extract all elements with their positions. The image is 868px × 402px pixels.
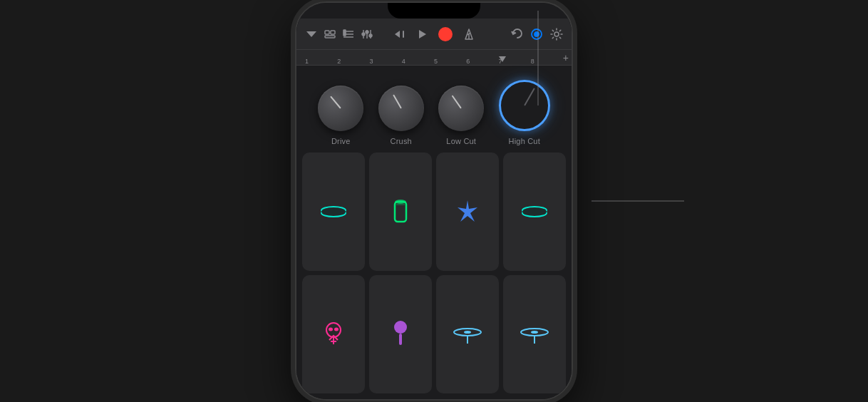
pad-spark[interactable] <box>436 153 499 271</box>
cymbal-icon-2 <box>520 324 549 345</box>
undo-button[interactable] <box>510 28 523 41</box>
ruler-mark-4: 4 <box>402 58 434 65</box>
svg-rect-16 <box>403 31 404 38</box>
ruler-mark-6: 6 <box>466 58 498 65</box>
settings-button[interactable] <box>550 28 563 41</box>
lowcut-knob-container: Low Cut <box>438 86 484 145</box>
crush-knob-container: Crush <box>378 86 424 145</box>
hihat-icon-2 <box>521 203 548 220</box>
svg-point-14 <box>369 34 372 37</box>
svg-point-26 <box>321 208 346 215</box>
pads-row-2 <box>302 275 566 393</box>
play-button[interactable] <box>415 28 428 41</box>
svg-point-34 <box>329 328 333 331</box>
lowcut-label: Low Cut <box>446 137 476 145</box>
crush-knob[interactable] <box>378 86 424 131</box>
ruler-mark-2: 2 <box>337 58 369 65</box>
svg-point-12 <box>362 33 365 36</box>
toolbar-left <box>305 28 386 41</box>
pad-maracas[interactable] <box>369 275 432 393</box>
cymbal-icon-1 <box>453 324 482 345</box>
ruler-mark-5: 5 <box>434 58 466 65</box>
highcut-label: High Cut <box>509 137 540 145</box>
svg-point-35 <box>334 328 339 331</box>
ruler-mark-3: 3 <box>370 58 402 65</box>
ruler-marks: 1 2 3 4 5 6 7 8 <box>305 58 563 65</box>
pads-grid <box>296 153 572 399</box>
drive-label: Drive <box>331 137 351 145</box>
svg-marker-0 <box>306 31 316 37</box>
screen: 1 2 3 4 5 6 7 8 + <box>296 3 572 399</box>
main-content: Drive Crush Low Cut <box>296 66 572 399</box>
pad-hihat1[interactable] <box>302 153 365 271</box>
svg-rect-39 <box>399 334 402 345</box>
add-track-button[interactable]: + <box>563 52 569 63</box>
svg-point-23 <box>554 32 559 36</box>
pad-cymbal1[interactable] <box>436 275 499 393</box>
dropdown-icon[interactable] <box>305 28 318 41</box>
svg-rect-2 <box>331 31 335 34</box>
side-button <box>295 96 296 117</box>
pads-row-1 <box>302 153 566 271</box>
rewind-button[interactable] <box>393 28 405 41</box>
svg-point-28 <box>395 200 406 204</box>
svg-rect-8 <box>343 33 346 36</box>
phone-frame: 1 2 3 4 5 6 7 8 + <box>295 1 573 401</box>
playhead-triangle <box>499 56 506 62</box>
playhead <box>499 56 506 65</box>
pad-hihat2[interactable] <box>503 153 566 271</box>
svg-point-13 <box>366 31 368 34</box>
knobs-section: Drive Crush Low Cut <box>296 66 572 153</box>
tracks-list-icon[interactable] <box>342 28 355 41</box>
ruler-mark-8: 8 <box>531 58 563 65</box>
toolbar <box>296 19 572 50</box>
svg-point-41 <box>464 331 471 334</box>
svg-point-32 <box>522 208 547 215</box>
svg-point-44 <box>531 331 538 334</box>
layout-icon[interactable] <box>324 28 336 41</box>
record-button[interactable] <box>438 27 453 41</box>
ruler-mark-1: 1 <box>305 58 337 65</box>
metronome-icon[interactable] <box>463 28 475 41</box>
drive-knob[interactable] <box>318 86 363 131</box>
notch <box>388 3 480 19</box>
svg-point-38 <box>394 321 407 334</box>
svg-point-22 <box>534 32 539 36</box>
svg-rect-1 <box>325 31 329 34</box>
mixer-icon[interactable] <box>361 28 373 41</box>
toolbar-right <box>482 28 563 41</box>
pad-alien[interactable] <box>302 275 365 393</box>
toolbar-center <box>393 27 475 41</box>
timeline-ruler: 1 2 3 4 5 6 7 8 + <box>296 50 572 66</box>
lowcut-knob[interactable] <box>438 86 484 131</box>
highcut-knob-container: High Cut <box>499 80 550 145</box>
alien-icon <box>321 321 346 347</box>
svg-marker-15 <box>395 31 400 38</box>
smart-controls-button[interactable] <box>530 28 543 41</box>
drive-knob-container: Drive <box>318 86 363 145</box>
svg-marker-17 <box>419 30 426 38</box>
highcut-knob[interactable] <box>499 80 550 131</box>
pad-cymbal2[interactable] <box>503 275 566 393</box>
spark-icon <box>455 199 480 225</box>
drum-icon <box>389 197 412 226</box>
svg-rect-3 <box>325 36 335 38</box>
pad-drum1[interactable] <box>369 153 432 271</box>
maracas-icon <box>391 320 410 349</box>
hihat-icon-1 <box>320 203 347 220</box>
crush-label: Crush <box>391 137 412 145</box>
